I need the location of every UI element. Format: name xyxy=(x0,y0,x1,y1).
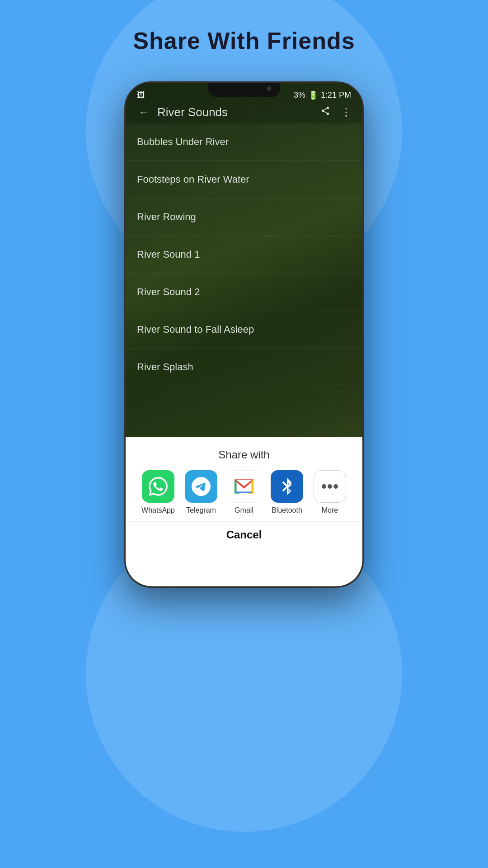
bluetooth-label: Bluetooth xyxy=(272,506,302,514)
status-right: 3% 🔋 1:21 PM xyxy=(294,90,351,100)
phone-screen: 🖼 3% 🔋 1:21 PM ← River Sounds ⋮ xyxy=(126,83,362,586)
bluetooth-icon xyxy=(271,470,303,503)
svg-point-3 xyxy=(333,484,338,489)
camera xyxy=(267,86,271,91)
gmail-icon xyxy=(228,470,260,503)
gmail-label: Gmail xyxy=(235,506,253,514)
telegram-icon xyxy=(185,470,217,503)
telegram-label: Telegram xyxy=(186,506,216,514)
page-title: Share With Friends xyxy=(133,27,355,54)
cancel-button[interactable]: Cancel xyxy=(126,521,362,548)
list-item[interactable]: Footsteps on River Water xyxy=(126,161,362,198)
whatsapp-icon xyxy=(142,470,174,503)
share-gmail[interactable]: Gmail xyxy=(227,470,261,514)
share-whatsapp[interactable]: WhatsApp xyxy=(141,470,175,514)
share-more[interactable]: More xyxy=(313,470,347,514)
share-telegram[interactable]: Telegram xyxy=(184,470,218,514)
list-item[interactable]: River Sound 2 xyxy=(126,274,362,311)
battery-percent: 3% xyxy=(294,90,305,100)
battery-icon: 🔋 xyxy=(308,90,318,100)
svg-point-1 xyxy=(322,484,326,489)
list-item[interactable]: River Sound to Fall Asleep xyxy=(126,311,362,349)
more-icon xyxy=(314,470,346,503)
more-label: More xyxy=(322,506,338,514)
status-left: 🖼 xyxy=(137,90,145,100)
notification-icon: 🖼 xyxy=(137,90,145,100)
phone-frame: 🖼 3% 🔋 1:21 PM ← River Sounds ⋮ xyxy=(124,81,364,588)
share-apps: WhatsApp Telegram xyxy=(126,470,362,514)
sound-list: Bubbles Under River Footsteps on River W… xyxy=(126,123,362,437)
notch xyxy=(208,83,280,97)
svg-point-2 xyxy=(328,484,332,489)
whatsapp-label: WhatsApp xyxy=(141,506,175,514)
list-item[interactable]: Bubbles Under River xyxy=(126,123,362,161)
clock: 1:21 PM xyxy=(321,90,351,100)
share-title: Share with xyxy=(218,448,269,461)
list-item[interactable]: River Splash xyxy=(126,349,362,386)
share-sheet: Share with WhatsApp xyxy=(126,437,362,586)
list-item[interactable]: River Sound 1 xyxy=(126,236,362,274)
list-item[interactable]: River Rowing xyxy=(126,198,362,236)
share-bluetooth[interactable]: Bluetooth xyxy=(270,470,304,514)
